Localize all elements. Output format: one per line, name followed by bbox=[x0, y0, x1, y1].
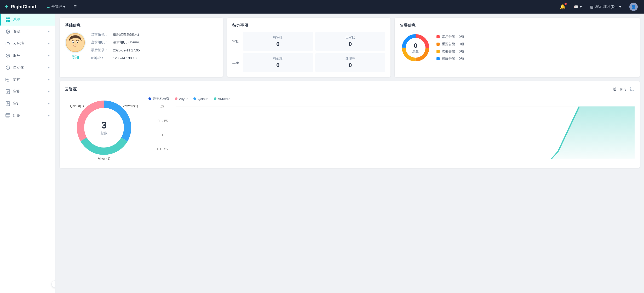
urgent-label: 紧急告警：0项 bbox=[442, 34, 464, 39]
alert-title: 告警信息 bbox=[400, 23, 635, 28]
sidebar-item-monitor[interactable]: 监控 ∨ bbox=[0, 74, 55, 86]
notice-dot bbox=[436, 57, 440, 60]
todo-pending-approval[interactable]: 待审批 0 bbox=[243, 32, 313, 51]
todo-pending-workorder[interactable]: 待处理 0 bbox=[243, 53, 313, 72]
book-icon: 📖 bbox=[574, 5, 578, 9]
login-label: 最后登录： bbox=[91, 48, 112, 52]
expand-button[interactable] bbox=[630, 86, 635, 92]
sidebar-item-approval[interactable]: 审批 ∨ bbox=[0, 86, 55, 98]
sidebar-item-automation[interactable]: 自动化 ∨ bbox=[0, 62, 55, 74]
sidebar-item-service[interactable]: 服务 ∨ bbox=[0, 50, 55, 62]
svg-rect-0 bbox=[6, 17, 8, 19]
bell-icon: 🔔 bbox=[560, 4, 566, 10]
total-vms-label: 云主机总数 bbox=[153, 96, 170, 101]
pending-approval-label: 待审批 bbox=[273, 35, 283, 40]
line-chart: 2 1.5 1 0.5 bbox=[148, 104, 635, 163]
notification-btn[interactable]: 🔔 bbox=[558, 3, 568, 11]
cloud-env-icon bbox=[5, 41, 10, 46]
org-chevron: ▾ bbox=[619, 5, 621, 9]
cloud-mgmt-label: 云管理 bbox=[51, 4, 62, 9]
cloud-donut-container: 3 总数 Qcloud(1) VMware(1) bbox=[73, 96, 135, 159]
cloud-resources-card: 云资源 近一月 ∨ bbox=[60, 81, 640, 168]
sidebar-item-overview[interactable]: 总览 bbox=[0, 14, 55, 26]
sidebar-label-approval: 审批 bbox=[13, 89, 45, 94]
svg-point-38 bbox=[81, 41, 83, 45]
approved-label: 已审批 bbox=[346, 35, 355, 40]
todo-processing-workorder[interactable]: 处理中 0 bbox=[315, 53, 386, 72]
svg-text:1.5: 1.5 bbox=[157, 119, 168, 122]
legend-urgent: 紧急告警：0项 bbox=[436, 34, 464, 39]
aliyun-dot bbox=[175, 97, 177, 100]
book-btn[interactable]: 📖 ▾ bbox=[572, 4, 584, 10]
processing-workorder-label: 处理中 bbox=[346, 56, 355, 61]
legend-notice: 提醒告警：0项 bbox=[436, 56, 464, 61]
alert-donut-container: 0 总数 bbox=[400, 32, 431, 63]
todo-approved[interactable]: 已审批 0 bbox=[315, 32, 386, 51]
todo-title: 待办事项 bbox=[232, 23, 385, 28]
resources-icon bbox=[5, 29, 10, 34]
cloud-resources-header: 云资源 近一月 ∨ bbox=[65, 86, 635, 92]
legend-qcloud: Qcloud bbox=[193, 96, 208, 101]
sidebar-item-resources[interactable]: 资源 ∨ bbox=[0, 26, 55, 38]
topbar: ✦ RightCloud ☁ 云管理 ▾ ☰ 🔔 📖 ▾ ▤ 演示组织 (D..… bbox=[0, 0, 644, 14]
cloud-resources-body: 3 总数 Qcloud(1) VMware(1) bbox=[65, 96, 635, 163]
legend-vmware: VMware bbox=[214, 96, 231, 101]
pending-workorder-count: 0 bbox=[276, 62, 279, 69]
cloud-mgmt-nav[interactable]: ☁ 云管理 ▾ bbox=[42, 3, 69, 11]
ip-value: 120.244.130.108 bbox=[113, 56, 139, 60]
todo-workorder-items: 待处理 0 处理中 0 bbox=[243, 53, 385, 72]
qcloud-dot bbox=[193, 97, 196, 100]
svg-rect-1 bbox=[8, 17, 10, 19]
cloud-donut-label: 总数 bbox=[101, 131, 107, 136]
sidebar-item-audit[interactable]: 审计 ∨ bbox=[0, 98, 55, 110]
collapse-icon: ‹ bbox=[55, 282, 55, 286]
cloud-donut-total: 3 bbox=[101, 120, 107, 131]
org-selector[interactable]: ▤ 演示组织 (D... ▾ bbox=[588, 3, 623, 10]
todo-approval-section: 审批 待审批 0 已审批 0 bbox=[232, 32, 385, 51]
user-name-link[interactable]: 娄翔 bbox=[72, 55, 79, 60]
login-value: 2020-02-11 17:05 bbox=[113, 48, 140, 52]
svg-rect-19 bbox=[6, 102, 10, 106]
topbar-actions: 🔔 📖 ▾ ▤ 演示组织 (D... ▾ 👤 bbox=[558, 2, 640, 12]
important-dot bbox=[436, 43, 440, 46]
book-chevron: ▾ bbox=[580, 5, 582, 9]
user-avatar-img bbox=[65, 32, 86, 53]
sidebar-label-service: 服务 bbox=[13, 53, 45, 58]
approved-count: 0 bbox=[349, 41, 352, 48]
sidebar-label-resources: 资源 bbox=[13, 29, 45, 34]
notification-badge bbox=[565, 3, 567, 5]
time-filter-chevron: ∨ bbox=[624, 87, 627, 91]
monitor-icon bbox=[5, 77, 10, 82]
user-avatar-btn[interactable]: 👤 bbox=[627, 2, 640, 12]
qcloud-annotation: Qcloud(1) bbox=[70, 104, 95, 108]
menu-nav[interactable]: ☰ bbox=[70, 3, 80, 10]
automation-icon bbox=[5, 65, 10, 70]
sidebar: 总览 资源 ∨ 云环境 ∨ bbox=[0, 14, 55, 293]
top-row: 基础信息 bbox=[60, 18, 640, 77]
org-label: 演示组织 (D... bbox=[595, 4, 618, 9]
avatar-section: 娄翔 bbox=[65, 32, 86, 60]
svg-rect-24 bbox=[6, 114, 10, 117]
sidebar-item-cloud-env[interactable]: 云环境 ∨ bbox=[0, 38, 55, 50]
ip-row: IP地址： 120.244.130.108 bbox=[91, 56, 218, 60]
aliyun-label: Aliyun(1) bbox=[98, 157, 110, 160]
role-row: 当前角色： 组织管理员(演示) bbox=[91, 32, 218, 37]
alert-card: 告警信息 bbox=[395, 18, 640, 77]
logo[interactable]: ✦ RightCloud bbox=[4, 4, 36, 10]
svg-point-36 bbox=[74, 44, 76, 45]
sidebar-label-monitor: 监控 bbox=[13, 77, 45, 82]
cloud-resources-actions: 近一月 ∨ bbox=[613, 86, 635, 92]
login-row: 最后登录： 2020-02-11 17:05 bbox=[91, 48, 218, 52]
qcloud-chart-label: Qcloud bbox=[198, 97, 208, 101]
user-avatar: 👤 bbox=[629, 3, 638, 11]
svg-point-35 bbox=[77, 42, 78, 43]
sidebar-item-org[interactable]: 组织 ∨ bbox=[0, 110, 55, 122]
pending-approval-count: 0 bbox=[276, 41, 279, 48]
svg-text:0.5: 0.5 bbox=[157, 147, 168, 151]
cloud-donut-center: 3 总数 bbox=[101, 120, 107, 136]
basic-info-title: 基础信息 bbox=[65, 23, 218, 28]
chart-legend: 云主机总数 Aliyun Qcloud VMware bbox=[148, 96, 635, 101]
sidebar-collapse-button[interactable]: ‹ bbox=[51, 280, 55, 288]
time-filter-btn[interactable]: 近一月 ∨ bbox=[613, 87, 627, 92]
aliyun-annotation: Aliyun(1) bbox=[98, 151, 110, 160]
